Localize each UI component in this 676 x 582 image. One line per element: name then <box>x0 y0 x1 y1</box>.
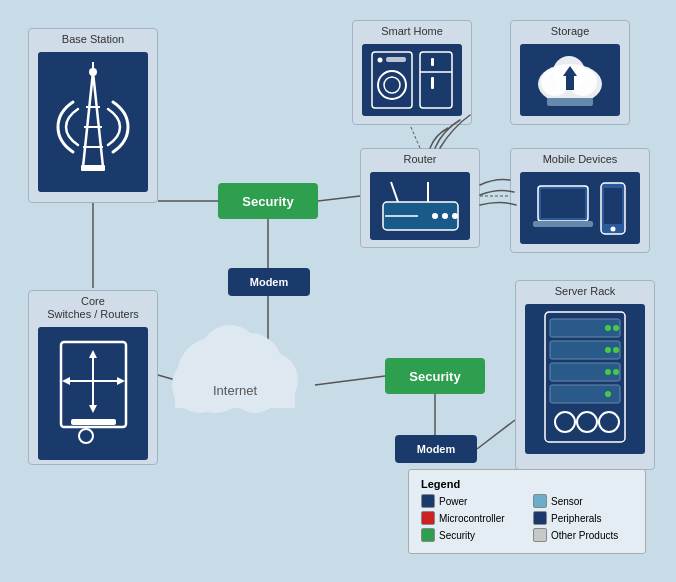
core-switches-node: CoreSwitches / Routers <box>28 290 158 465</box>
mobile-devices-icon <box>520 172 640 244</box>
svg-line-2 <box>315 376 385 385</box>
legend-color-security <box>421 528 435 542</box>
security-label-2: Security <box>409 369 460 384</box>
svg-point-64 <box>613 347 619 353</box>
legend-row-1: Power Sensor <box>421 494 633 508</box>
server-rack-label: Server Rack <box>549 281 622 300</box>
router-icon <box>370 172 470 240</box>
svg-point-48 <box>452 213 458 219</box>
smart-home-node: Smart Home <box>352 20 472 125</box>
modem-label-1: Modem <box>250 276 289 288</box>
base-station-label: Base Station <box>56 29 130 48</box>
storage-icon <box>520 44 620 116</box>
legend-title: Legend <box>421 478 633 490</box>
legend-label-power: Power <box>439 496 467 507</box>
svg-line-8 <box>477 420 515 449</box>
security-label-1: Security <box>242 194 293 209</box>
svg-rect-15 <box>81 165 105 171</box>
svg-marker-24 <box>117 377 125 385</box>
modem-label-2: Modem <box>417 443 456 455</box>
legend-label-sensor: Sensor <box>551 496 583 507</box>
tower-svg <box>48 57 138 187</box>
smart-home-icon <box>362 44 462 116</box>
storage-node: Storage <box>510 20 630 125</box>
legend-color-sensor <box>533 494 547 508</box>
legend-color-power <box>421 494 435 508</box>
switch-svg <box>51 334 136 454</box>
legend-label-micro: Microcontroller <box>439 513 505 524</box>
svg-point-46 <box>432 213 438 219</box>
security-button-1[interactable]: Security <box>218 183 318 219</box>
modem-button-1[interactable]: Modem <box>228 268 310 296</box>
legend-other: Other Products <box>533 528 633 542</box>
svg-rect-42 <box>547 98 593 106</box>
svg-rect-41 <box>566 75 574 90</box>
legend-security: Security <box>421 528 521 542</box>
svg-point-61 <box>605 325 611 331</box>
legend-power: Power <box>421 494 521 508</box>
svg-rect-32 <box>420 52 452 108</box>
router-node: Router <box>360 148 480 248</box>
legend-row-2: Microcontroller Peripherals <box>421 511 633 525</box>
storage-label: Storage <box>545 21 596 40</box>
svg-rect-54 <box>604 188 622 224</box>
smart-home-label: Smart Home <box>375 21 449 40</box>
svg-point-62 <box>613 325 619 331</box>
svg-rect-35 <box>431 58 434 66</box>
router-label: Router <box>397 149 442 168</box>
legend-sensor: Sensor <box>533 494 633 508</box>
legend-peripherals: Peripherals <box>533 511 633 525</box>
svg-rect-51 <box>541 189 585 218</box>
svg-marker-11 <box>83 72 103 167</box>
security-button-2[interactable]: Security <box>385 358 485 394</box>
svg-line-6 <box>318 196 360 201</box>
legend-color-micro <box>421 511 435 525</box>
internet-cloud: Internet <box>155 300 315 430</box>
svg-line-9 <box>410 125 420 148</box>
svg-marker-21 <box>89 350 97 358</box>
legend-microcontroller: Microcontroller <box>421 511 521 525</box>
mobile-devices-node: Mobile Devices <box>510 148 650 253</box>
base-station-node: Base Station <box>28 28 158 203</box>
server-rack-node: Server Rack <box>515 280 655 470</box>
svg-marker-23 <box>62 377 70 385</box>
svg-point-66 <box>613 369 619 375</box>
server-rack-icon <box>525 304 645 454</box>
modem-button-2[interactable]: Modem <box>395 435 477 463</box>
svg-point-55 <box>611 226 616 231</box>
svg-point-63 <box>605 347 611 353</box>
cloud-shape <box>172 325 298 413</box>
legend-label-peripherals: Peripherals <box>551 513 602 524</box>
svg-point-26 <box>79 429 93 443</box>
core-switches-icon <box>38 327 148 460</box>
svg-text:Internet: Internet <box>213 383 257 398</box>
svg-rect-52 <box>533 221 593 227</box>
svg-rect-34 <box>431 77 434 89</box>
svg-point-47 <box>442 213 448 219</box>
mobile-devices-label: Mobile Devices <box>537 149 624 168</box>
base-station-icon <box>38 52 148 192</box>
legend-row-3: Security Other Products <box>421 528 633 542</box>
svg-rect-25 <box>71 419 116 425</box>
legend-color-other <box>533 528 547 542</box>
legend-label-security: Security <box>439 530 475 541</box>
legend-label-other: Other Products <box>551 530 618 541</box>
legend: Legend Power Sensor Microcontroller Peri… <box>408 469 646 554</box>
svg-line-44 <box>391 182 398 202</box>
svg-point-30 <box>378 58 383 63</box>
core-switches-label: CoreSwitches / Routers <box>41 291 145 323</box>
svg-point-65 <box>605 369 611 375</box>
svg-marker-22 <box>89 405 97 413</box>
legend-color-peripherals <box>533 511 547 525</box>
svg-point-67 <box>605 391 611 397</box>
svg-rect-31 <box>386 57 406 62</box>
